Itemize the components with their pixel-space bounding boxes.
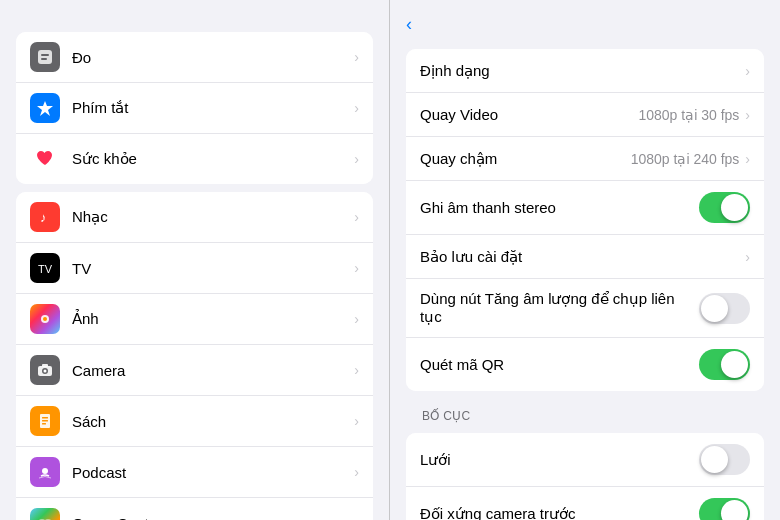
section-header: BỐ CỤC [390, 397, 780, 427]
chevron-left-icon: ‹ [406, 14, 412, 35]
chevron-icon: › [745, 63, 750, 79]
quetma-toggle[interactable] [699, 349, 750, 380]
left-panel-title [0, 0, 389, 24]
podcast-icon [30, 457, 60, 487]
suckhoe-label: Sức khỏe [72, 150, 354, 168]
quetma-toggle-thumb [721, 351, 748, 378]
back-button[interactable]: ‹ [406, 14, 414, 35]
settings-item-camera[interactable]: Camera› [16, 345, 373, 396]
quaycham-label: Quay chậm [420, 150, 631, 168]
right-item-doixung[interactable]: Đối xứng camera trước [406, 487, 764, 520]
do-icon [30, 42, 60, 72]
baoluucaidat-label: Bảo lưu cài đặt [420, 248, 745, 266]
settings-item-do[interactable]: Đo› [16, 32, 373, 83]
chevron-icon: › [354, 515, 359, 520]
svg-point-7 [43, 317, 47, 321]
right-item-baoluucaidat[interactable]: Bảo lưu cài đặt› [406, 235, 764, 279]
chevron-icon: › [354, 413, 359, 429]
right-item-dinhdang[interactable]: Định dạng› [406, 49, 764, 93]
anh-label: Ảnh [72, 310, 354, 328]
chevron-icon: › [745, 107, 750, 123]
sach-icon [30, 406, 60, 436]
settings-group: ♪Nhạc›TVTV›Ảnh›Camera›Sách›Podcast›Game … [16, 192, 373, 520]
settings-item-nhac[interactable]: ♪Nhạc› [16, 192, 373, 243]
right-item-quetma[interactable]: Quét mã QR [406, 338, 764, 391]
tv-icon: TV [30, 253, 60, 283]
sach-label: Sách [72, 413, 354, 430]
doixung-toggle[interactable] [699, 498, 750, 520]
quetma-label: Quét mã QR [420, 356, 699, 373]
settings-item-gamecenter[interactable]: Game Center› [16, 498, 373, 520]
settings-item-phimtat[interactable]: Phím tắt› [16, 83, 373, 134]
svg-rect-11 [42, 364, 48, 367]
svg-rect-13 [42, 417, 48, 419]
doixung-toggle-thumb [721, 500, 748, 520]
right-section: Định dạng›Quay Video1080p tại 30 fps›Qua… [406, 49, 764, 391]
ghiamthanh-toggle[interactable] [699, 192, 750, 223]
doixung-label: Đối xứng camera trước [420, 505, 699, 521]
ghiamthanh-toggle-thumb [721, 194, 748, 221]
chevron-icon: › [354, 209, 359, 225]
phimtat-icon [30, 93, 60, 123]
svg-point-16 [42, 468, 48, 474]
chevron-icon: › [354, 464, 359, 480]
right-panel: ‹ Định dạng›Quay Video1080p tại 30 fps›Q… [390, 0, 780, 520]
phimtat-label: Phím tắt [72, 99, 354, 117]
gamecenter-label: Game Center [72, 515, 354, 521]
gamecenter-icon [30, 508, 60, 520]
ghiamthanh-label: Ghi âm thanh stereo [420, 199, 699, 216]
settings-item-tv[interactable]: TVTV› [16, 243, 373, 294]
chevron-icon: › [745, 249, 750, 265]
luoi-label: Lưới [420, 451, 699, 469]
svg-rect-15 [42, 423, 46, 425]
nhac-label: Nhạc [72, 208, 354, 226]
quayvideo-value: 1080p tại 30 fps [638, 107, 739, 123]
dinhdang-label: Định dạng [420, 62, 745, 80]
chevron-icon: › [354, 311, 359, 327]
dungnut-label: Dùng nút Tăng âm lượng để chụp liên tục [420, 290, 699, 326]
chevron-icon: › [354, 151, 359, 167]
chevron-icon: › [354, 100, 359, 116]
right-section: LướiĐối xứng camera trướcXem bên ngoài k… [406, 433, 764, 520]
quayvideo-label: Quay Video [420, 106, 638, 123]
settings-item-suckhoe[interactable]: Sức khỏe› [16, 134, 373, 184]
chevron-icon: › [354, 260, 359, 276]
chevron-icon: › [354, 362, 359, 378]
settings-item-podcast[interactable]: Podcast› [16, 447, 373, 498]
svg-point-10 [44, 370, 47, 373]
suckhoe-icon [30, 144, 60, 174]
svg-rect-1 [41, 54, 49, 56]
svg-rect-2 [41, 58, 47, 60]
do-label: Đo [72, 49, 354, 66]
settings-item-sach[interactable]: Sách› [16, 396, 373, 447]
svg-rect-0 [38, 50, 52, 64]
right-item-dungnut[interactable]: Dùng nút Tăng âm lượng để chụp liên tục [406, 279, 764, 338]
right-item-ghiamthanh[interactable]: Ghi âm thanh stereo [406, 181, 764, 235]
podcast-label: Podcast [72, 464, 354, 481]
luoi-toggle[interactable] [699, 444, 750, 475]
camera-label: Camera [72, 362, 354, 379]
camera-icon [30, 355, 60, 385]
nhac-icon: ♪ [30, 202, 60, 232]
dungnut-toggle[interactable] [699, 293, 750, 324]
right-item-quayvideo[interactable]: Quay Video1080p tại 30 fps› [406, 93, 764, 137]
chevron-icon: › [354, 49, 359, 65]
tv-label: TV [72, 260, 354, 277]
left-panel: Đo›Phím tắt›Sức khỏe›♪Nhạc›TVTV›Ảnh›Came… [0, 0, 390, 520]
dungnut-toggle-thumb [701, 295, 728, 322]
right-header: ‹ [390, 0, 780, 43]
svg-text:TV: TV [38, 263, 53, 275]
svg-marker-3 [37, 101, 53, 116]
settings-group: Đo›Phím tắt›Sức khỏe› [16, 32, 373, 184]
right-item-luoi[interactable]: Lưới [406, 433, 764, 487]
svg-text:♪: ♪ [40, 210, 47, 225]
settings-item-anh[interactable]: Ảnh› [16, 294, 373, 345]
quaycham-value: 1080p tại 240 fps [631, 151, 740, 167]
svg-rect-14 [42, 420, 48, 422]
chevron-icon: › [745, 151, 750, 167]
luoi-toggle-thumb [701, 446, 728, 473]
right-item-quaycham[interactable]: Quay chậm1080p tại 240 fps› [406, 137, 764, 181]
anh-icon [30, 304, 60, 334]
